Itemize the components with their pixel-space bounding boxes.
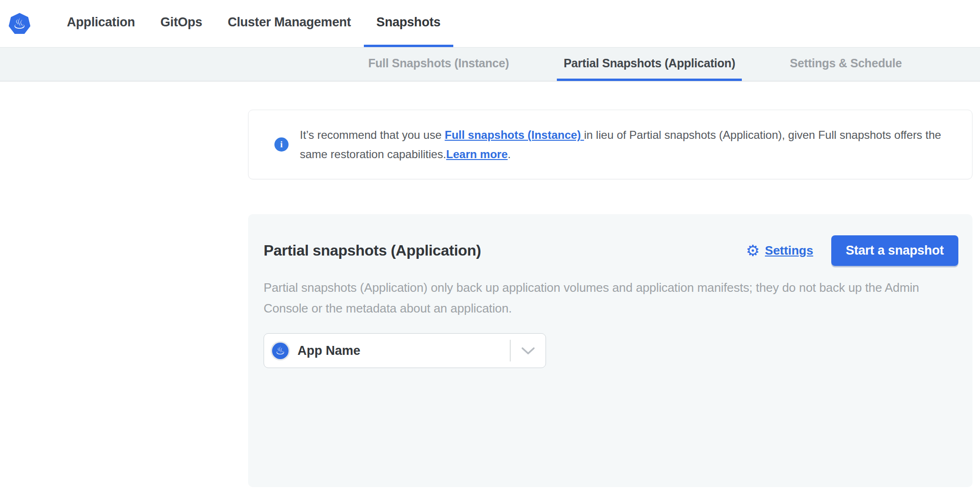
kubernetes-wheel-icon: ♨ (275, 345, 285, 356)
tab-label: Partial Snapshots (Application) (563, 56, 735, 70)
nav-item-label: Application (67, 15, 135, 30)
nav-item-snapshots[interactable]: Snapshots (364, 0, 453, 47)
snapshot-settings-link[interactable]: ⚙ Settings (746, 243, 813, 258)
partial-snapshots-panel: Partial snapshots (Application) ⚙ Settin… (248, 214, 972, 487)
kubernetes-wheel-icon: ♨ (13, 16, 26, 31)
chevron-down-icon[interactable] (511, 347, 546, 355)
tab-settings-schedule[interactable]: Settings & Schedule (783, 48, 908, 81)
kubernetes-icon: ♨ (272, 343, 289, 359)
logo-container: ♨ (8, 0, 31, 47)
info-banner: i It’s recommend that you use Full snaps… (248, 110, 972, 179)
app-name-select-value: App Name (297, 344, 361, 358)
tab-label: Full Snapshots (Instance) (368, 56, 509, 70)
learn-more-link[interactable]: Learn more (446, 148, 508, 160)
panel-description: Partial snapshots (Application) only bac… (264, 277, 956, 319)
app-name-select[interactable]: ♨ App Name (264, 333, 546, 368)
banner-text-part: It’s recommend that you use (300, 128, 445, 141)
nav-item-application[interactable]: Application (54, 0, 148, 47)
info-banner-text: It’s recommend that you use Full snapsho… (300, 125, 949, 164)
info-icon: i (274, 137, 289, 152)
kubernetes-logo[interactable]: ♨ (8, 13, 31, 34)
nav-item-gitops[interactable]: GitOps (148, 0, 215, 47)
start-snapshot-button[interactable]: Start a snapshot (831, 235, 958, 266)
nav-item-label: Cluster Management (228, 15, 351, 30)
top-nav: ♨ Application GitOps Cluster Management … (0, 0, 980, 47)
banner-text-part: . (508, 148, 511, 160)
nav-item-label: Snapshots (377, 15, 441, 30)
panel-header: Partial snapshots (Application) ⚙ Settin… (264, 235, 958, 266)
tab-partial-snapshots[interactable]: Partial Snapshots (Application) (557, 48, 742, 81)
tab-full-snapshots[interactable]: Full Snapshots (Instance) (361, 48, 515, 81)
tab-label: Settings & Schedule (790, 56, 902, 70)
nav-item-label: GitOps (161, 15, 202, 30)
snapshots-tab-bar: Full Snapshots (Instance) Partial Snapsh… (0, 47, 980, 81)
full-snapshots-link[interactable]: Full snapshots (Instance) (445, 128, 584, 141)
page-title: Partial snapshots (Application) (264, 242, 746, 259)
nav-item-cluster-management[interactable]: Cluster Management (215, 0, 364, 47)
settings-label: Settings (765, 243, 813, 258)
gear-icon: ⚙ (746, 243, 760, 258)
